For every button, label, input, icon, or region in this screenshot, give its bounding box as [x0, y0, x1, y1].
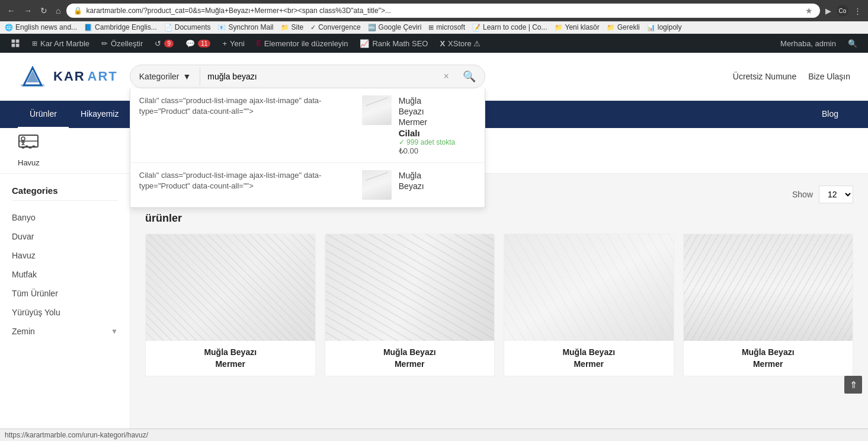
bookmark-synchron[interactable]: 📧 Synchron Mail	[217, 23, 273, 31]
sidebar-item-zemin[interactable]: Zemin ▼	[12, 322, 118, 341]
svg-rect-2	[12, 44, 15, 47]
wp-xstore[interactable]: X XStore ⚠	[434, 34, 486, 53]
site-header: KAR ART Kategoriler ▼ × 🔍 Cilalı" class=…	[0, 53, 868, 101]
submenu-item-havuz[interactable]: Havuz	[18, 134, 40, 167]
bookmark-learn-code[interactable]: 📝 Learn to code | Co...	[472, 23, 547, 31]
wp-new[interactable]: + Yeni	[216, 34, 250, 53]
bookmark-icon-microsoft: ⊞	[428, 24, 434, 31]
sidebar-title: Categories	[12, 186, 118, 201]
logo-text: KAR ART	[53, 69, 118, 84]
wp-search-icon[interactable]: 🔍	[842, 34, 863, 53]
bookmark-documents[interactable]: 📄 Documents	[164, 23, 211, 31]
wp-elementor[interactable]: E Elementor ile düzenleyin	[251, 34, 354, 53]
free-sample-link[interactable]: Ücretsiz Numune	[733, 72, 796, 81]
bookmark-icon-documents: 📄	[164, 24, 172, 31]
svg-point-9	[21, 137, 25, 140]
product-image-1	[146, 234, 315, 341]
scroll-to-top-button[interactable]: ⇑	[844, 376, 862, 394]
product-card-3[interactable]: Muğla Beyazı Mermer	[504, 234, 674, 376]
dropdown-item-1-subtitle: Cilalı	[399, 128, 476, 138]
url-text: karartmarble.com/?product_cat=0&s=Muğla+…	[86, 7, 802, 15]
wp-rank-math[interactable]: 📈 Rank Math SEO	[354, 34, 434, 53]
wp-comments[interactable]: 💬 11	[180, 34, 216, 53]
product-title-1: Muğla Beyazı Mermer	[146, 341, 315, 376]
wp-customize[interactable]: ✏ Özelleştir	[95, 34, 149, 53]
sidebar-item-yuruyus[interactable]: Yürüyüş Yolu	[12, 303, 118, 322]
search-input[interactable]	[200, 67, 438, 86]
search-box: Kategoriler ▼ × 🔍	[130, 65, 485, 88]
sidebar-item-mutfak[interactable]: Mutfak	[12, 265, 118, 284]
profile-button[interactable]: Co	[837, 5, 848, 17]
bookmark-site[interactable]: 📁 Site	[281, 23, 304, 31]
product-image-4	[684, 234, 853, 341]
nav-item-products[interactable]: Ürünler	[18, 101, 69, 128]
logo-area[interactable]: KAR ART	[18, 62, 118, 91]
dropdown-item-1[interactable]: Cilalı" class="product-list-image ajax-l…	[130, 88, 485, 163]
bookmark-logipoly[interactable]: 📊 logipoly	[647, 23, 682, 31]
home-button[interactable]: ⌂	[53, 5, 63, 17]
extensions-button[interactable]: ▶	[824, 5, 833, 17]
dropdown-item-2-image	[362, 170, 392, 200]
refresh-button[interactable]: ↻	[38, 5, 50, 17]
dropdown-item-1-text: Cilalı" class="product-list-image ajax-l…	[139, 95, 355, 117]
product-image-3	[504, 234, 674, 341]
dropdown-item-1-price: ₺0.00	[399, 146, 476, 155]
plus-icon: +	[222, 39, 227, 48]
wp-user-greeting[interactable]: Merhaba, admin	[774, 39, 842, 48]
svg-rect-6	[21, 84, 44, 87]
product-card-2[interactable]: Muğla Beyazı Mermer	[325, 234, 495, 376]
product-card-1[interactable]: Muğla Beyazı Mermer	[145, 234, 316, 376]
bookmark-icon-site: 📁	[281, 24, 289, 31]
wp-updates[interactable]: ↺ 9	[149, 34, 180, 53]
header-right: Ücretsiz Numune Bize Ulaşın	[733, 72, 850, 81]
chevron-down-icon: ▼	[111, 327, 118, 335]
rank-math-icon: 📈	[360, 39, 369, 48]
wp-admin-logo[interactable]	[5, 34, 26, 53]
bookmark-icon-synchron: 📧	[217, 24, 226, 31]
svg-rect-3	[16, 44, 20, 47]
show-label: Show	[792, 190, 813, 199]
dropdown-item-1-image	[362, 95, 392, 125]
bookmark-new-folder[interactable]: 📁 Yeni klasör	[555, 23, 600, 31]
wp-site-name[interactable]: ⊞ Kar Art Marble	[26, 34, 95, 53]
dropdown-item-2-text: Cilalı" class="product-list-image ajax-l…	[139, 170, 355, 191]
contact-link[interactable]: Bize Ulaşın	[808, 72, 850, 81]
back-button[interactable]: ←	[5, 5, 18, 17]
bookmark-gerekli[interactable]: 📁 Gerekli	[607, 23, 640, 31]
svg-rect-0	[12, 40, 15, 43]
product-title-4: Muğla Beyazı Mermer	[684, 341, 853, 376]
bookmark-google-translate[interactable]: 🔤 Google Çeviri	[368, 23, 422, 31]
address-bar[interactable]: 🔒 karartmarble.com/?product_cat=0&s=Muğl…	[66, 4, 820, 18]
dropdown-item-2-info: Muğla Beyazı	[399, 170, 476, 191]
bookmark-icon-translate: 🔤	[368, 24, 376, 31]
dropdown-item-1-info: Muğla Beyazı Mermer Cilalı ✓ 999 adet st…	[399, 95, 476, 155]
sidebar-item-havuz[interactable]: Havuz	[12, 246, 118, 265]
bookmark-convergence[interactable]: ✓ Convergence	[310, 23, 360, 31]
clear-icon[interactable]: ×	[438, 71, 453, 82]
dropdown-item-1-stock: ✓ 999 adet stokta	[399, 138, 476, 146]
browser-chrome: ← → ↻ ⌂ 🔒 karartmarble.com/?product_cat=…	[0, 0, 868, 21]
bookmark-english-news[interactable]: 🌐 English news and...	[5, 23, 77, 31]
comments-icon: 💬	[185, 39, 195, 48]
search-button[interactable]: 🔍	[454, 65, 485, 88]
forward-button[interactable]: →	[21, 5, 34, 17]
search-category-dropdown[interactable]: Kategoriler ▼	[130, 67, 201, 86]
bookmark-microsoft[interactable]: ⊞ microsoft	[428, 23, 465, 31]
show-select[interactable]: 12 24 48	[819, 186, 853, 203]
main-layout: Categories Banyo Duvar Havuz Mutfak Tüm …	[0, 174, 868, 441]
sidebar-item-banyo[interactable]: Banyo	[12, 208, 118, 227]
more-button[interactable]: ⋮	[852, 5, 863, 17]
wp-admin-right: Merhaba, admin 🔍	[774, 34, 863, 53]
submenu-label-havuz: Havuz	[18, 158, 40, 167]
nav-item-blog[interactable]: Blog	[810, 101, 850, 128]
sidebar-item-tum-urunler[interactable]: Tüm Ürünler	[12, 284, 118, 303]
sidebar-item-duvar[interactable]: Duvar	[12, 227, 118, 246]
nav-item-story[interactable]: Hikayemiz	[69, 101, 131, 128]
product-card-4[interactable]: Muğla Beyazı Mermer	[683, 234, 854, 376]
product-title-3: Muğla Beyazı Mermer	[504, 341, 674, 376]
products-grid: Muğla Beyazı Mermer Muğla Beyazı Mermer	[145, 234, 853, 376]
bookmark-cambridge[interactable]: 📘 Cambridge Englis...	[84, 23, 157, 31]
bookmarks-bar: 🌐 English news and... 📘 Cambridge Englis…	[0, 21, 868, 34]
dropdown-item-2[interactable]: Cilalı" class="product-list-image ajax-l…	[130, 163, 485, 207]
elementor-icon: E	[257, 39, 261, 47]
